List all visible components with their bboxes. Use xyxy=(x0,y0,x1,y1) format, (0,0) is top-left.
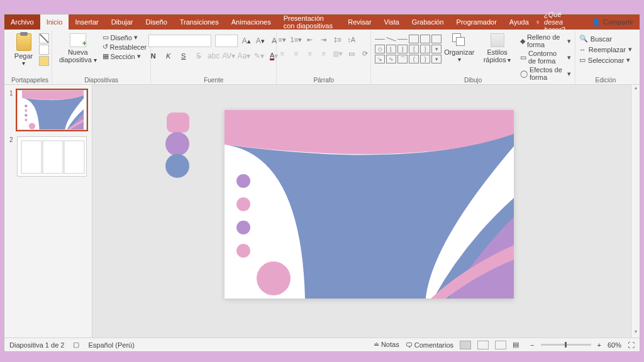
numbering-icon[interactable]: 1≡▾ xyxy=(291,35,302,45)
tab-home[interactable]: Inicio xyxy=(40,14,69,30)
font-size-combo[interactable] xyxy=(215,35,238,47)
shape-outline-button[interactable]: ▭ Contorno de forma ▾ xyxy=(520,50,571,65)
highlight-icon[interactable]: ✎▾ xyxy=(254,51,264,61)
floating-shape-2[interactable] xyxy=(165,132,189,156)
section-button[interactable]: ▦ Sección ▾ xyxy=(103,52,147,60)
group-clipboard: Pegar ▾ Portapapeles xyxy=(8,31,52,84)
thumb-2[interactable] xyxy=(17,136,87,177)
tab-help[interactable]: Ayuda xyxy=(503,14,535,30)
status-accessibility-icon[interactable]: ▢ xyxy=(73,341,79,349)
shapes-gallery[interactable]: ◇⌊⌋{}▾ ↘∿⌒()▾ xyxy=(375,32,441,63)
paste-button[interactable]: Pegar ▾ xyxy=(11,32,36,68)
view-sorter-button[interactable] xyxy=(477,341,489,349)
indent-inc-icon[interactable]: ⇥ xyxy=(318,35,330,45)
align-right-icon[interactable]: ≡ xyxy=(304,48,316,58)
find-button[interactable]: 🔍 Buscar xyxy=(579,35,632,43)
tab-design[interactable]: Diseño xyxy=(140,14,174,30)
indent-dec-icon[interactable]: ⇤ xyxy=(304,35,316,45)
align-text-icon[interactable]: ▭ xyxy=(346,48,357,58)
floating-shape-1[interactable] xyxy=(167,112,189,133)
shadow-icon[interactable]: abc xyxy=(209,51,219,61)
tab-draw[interactable]: Dibujar xyxy=(105,14,140,30)
justify-icon[interactable]: ≡ xyxy=(318,48,330,58)
cut-button[interactable] xyxy=(39,33,49,43)
tab-review[interactable]: Revisar xyxy=(341,14,377,30)
paste-label: Pegar ▾ xyxy=(14,52,34,67)
share-button[interactable]: 👤 Compartir xyxy=(592,18,633,26)
zoom-slider[interactable] xyxy=(541,344,591,346)
tab-animations[interactable]: Animaciones xyxy=(225,14,277,30)
scroll-up-icon[interactable]: ▴ xyxy=(631,85,640,94)
ribbon-tabs: Archivo Inicio Insertar Dibujar Diseño T… xyxy=(4,14,640,30)
tab-slideshow[interactable]: Presentación con diapositivas xyxy=(277,14,342,30)
text-direction-icon[interactable]: ↕A xyxy=(346,35,357,45)
select-button[interactable]: ▭ Seleccionar ▾ xyxy=(579,56,632,64)
copy-button[interactable] xyxy=(39,45,49,55)
align-left-icon[interactable]: ≡ xyxy=(277,48,288,58)
layout-button[interactable]: ▭ Diseño ▾ xyxy=(103,33,147,41)
columns-icon[interactable]: ▥▾ xyxy=(332,48,343,58)
spacing-icon[interactable]: AV▾ xyxy=(224,51,234,61)
tab-view[interactable]: Vista xyxy=(378,14,406,30)
clipboard-icon xyxy=(16,33,31,51)
replace-button[interactable]: ↔ Reemplazar ▾ xyxy=(579,45,632,53)
underline-icon[interactable]: S xyxy=(179,51,189,61)
view-reading-button[interactable] xyxy=(495,341,506,349)
scroll-down-icon[interactable]: ▾ xyxy=(631,329,640,337)
new-slide-label: Nueva diapositiva ▾ xyxy=(58,48,97,63)
tell-me-search[interactable]: ¿Qué desea hacer? xyxy=(544,11,575,33)
quick-styles-button[interactable]: Estilos rápidos ▾ xyxy=(477,32,518,65)
format-painter-button[interactable] xyxy=(39,56,49,66)
svg-point-15 xyxy=(236,244,250,258)
reset-button[interactable]: ↺ Restablecer xyxy=(103,43,147,51)
comments-button[interactable]: 🗨 Comentarios xyxy=(406,341,453,349)
thumb-2-preview xyxy=(18,137,87,177)
line-spacing-icon[interactable]: ‡≡ xyxy=(332,35,343,45)
view-normal-button[interactable] xyxy=(460,341,471,349)
status-language[interactable]: Español (Perú) xyxy=(88,341,134,349)
workspace: 1 xyxy=(4,85,640,337)
notes-button[interactable]: ≐ Notas xyxy=(374,341,399,349)
tab-file[interactable]: Archivo xyxy=(4,14,40,30)
case-icon[interactable]: Aa▾ xyxy=(239,51,249,61)
status-slide-count: Diapositiva 1 de 2 xyxy=(9,341,64,349)
view-slideshow-button[interactable]: ▤ xyxy=(513,341,524,349)
floating-shape-3[interactable] xyxy=(165,154,189,178)
tab-insert[interactable]: Insertar xyxy=(69,14,104,30)
svg-point-14 xyxy=(236,221,250,234)
bullets-icon[interactable]: ≡▾ xyxy=(277,35,288,45)
italic-icon[interactable]: K xyxy=(164,51,174,61)
svg-point-4 xyxy=(25,119,27,121)
new-slide-button[interactable]: Nueva diapositiva ▾ xyxy=(56,32,100,65)
tab-recording[interactable]: Grabación xyxy=(406,14,450,30)
ribbon: Pegar ▾ Portapapeles Nueva diapositiva ▾… xyxy=(4,30,640,85)
thumb-1-preview xyxy=(18,90,87,130)
slide-artwork xyxy=(225,110,514,299)
tab-developer[interactable]: Programador xyxy=(450,14,503,30)
slide-canvas[interactable] xyxy=(92,85,631,337)
group-font-label: Fuente xyxy=(151,77,276,84)
tab-transitions[interactable]: Transiciones xyxy=(174,14,225,30)
quick-styles-label: Estilos rápidos ▾ xyxy=(479,48,515,63)
strike-icon[interactable]: S̶ xyxy=(194,51,204,61)
current-slide[interactable] xyxy=(225,110,514,299)
svg-point-13 xyxy=(236,197,250,211)
increase-font-icon[interactable]: A▴ xyxy=(242,36,252,46)
font-family-combo[interactable] xyxy=(148,35,211,47)
fit-to-window-button[interactable]: ⛶ xyxy=(628,341,635,349)
svg-point-3 xyxy=(25,114,27,116)
zoom-in-button[interactable]: + xyxy=(597,341,601,349)
arrange-button[interactable]: Organizar ▾ xyxy=(444,32,474,64)
align-center-icon[interactable]: ≡ xyxy=(291,48,302,58)
arrange-label: Organizar ▾ xyxy=(444,48,474,63)
app-window: Archivo Inicio Insertar Dibujar Diseño T… xyxy=(4,14,640,352)
zoom-out-button[interactable]: − xyxy=(530,341,534,349)
smartart-icon[interactable]: ⟳ xyxy=(360,48,371,58)
thumb-1[interactable] xyxy=(17,90,87,130)
thumb-2-number: 2 xyxy=(9,136,14,177)
decrease-font-icon[interactable]: A▾ xyxy=(255,36,265,46)
bold-icon[interactable]: N xyxy=(148,51,158,61)
zoom-level[interactable]: 60% xyxy=(608,341,621,349)
shape-fill-button[interactable]: ◆ Relleno de forma ▾ xyxy=(520,33,571,48)
vertical-scrollbar[interactable]: ▴ ▾ xyxy=(631,85,640,337)
